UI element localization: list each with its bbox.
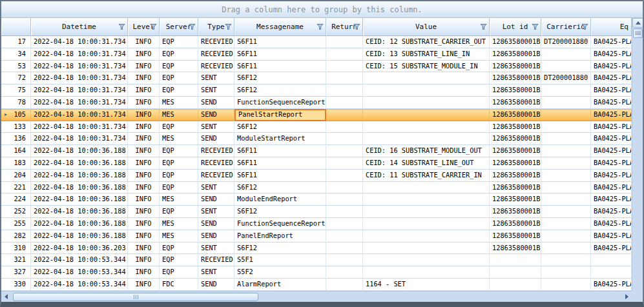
table-row[interactable]: 2042022-04-18 10:00:36.188INFOEQPRECEVIE… xyxy=(1,170,632,182)
cell-level[interactable]: INFO xyxy=(128,97,160,109)
filter-icon[interactable] xyxy=(353,23,360,30)
cell-eq[interactable]: BA0425-PLA xyxy=(591,170,632,182)
cell-messagename[interactable]: PanelStartReport xyxy=(234,109,326,121)
cell-type[interactable]: SEND xyxy=(198,109,234,121)
cell-type[interactable]: SENT xyxy=(198,243,234,255)
cell-server[interactable]: EQP xyxy=(160,170,198,182)
cell-row-number[interactable]: 72 xyxy=(1,72,31,84)
table-row[interactable]: 2552022-04-18 10:00:36.188INFOMESSENDFun… xyxy=(1,218,632,230)
cell-datetime[interactable]: 2022-04-18 10:00:31.734 xyxy=(31,121,128,134)
cell-datetime[interactable]: 2022-04-18 10:00:36.188 xyxy=(31,182,128,194)
cell-carrierid[interactable] xyxy=(541,97,591,109)
cell-level[interactable]: INFO xyxy=(128,218,160,230)
cell-eq[interactable]: BA0425-PLA xyxy=(591,133,632,145)
cell-return[interactable] xyxy=(326,145,363,157)
cell-lotid[interactable]: 12863580001B xyxy=(490,84,541,97)
cell-row-number[interactable]: 75 xyxy=(1,84,31,97)
cell-return[interactable] xyxy=(326,193,363,206)
cell-carrierid[interactable] xyxy=(541,121,591,134)
column-header-datetime[interactable]: Datetime xyxy=(31,18,128,36)
cell-carrierid[interactable] xyxy=(541,61,591,73)
cell-eq[interactable]: BA0425-PLA xyxy=(591,48,632,61)
cell-type[interactable]: SENT xyxy=(198,206,234,218)
cell-type[interactable]: RECEVIED xyxy=(198,254,234,266)
cell-return[interactable] xyxy=(326,36,363,48)
cell-datetime[interactable]: 2022-04-18 10:00:53.344 xyxy=(31,279,128,291)
cell-carrierid[interactable] xyxy=(541,157,591,170)
cell-value[interactable] xyxy=(363,230,490,243)
cell-server[interactable]: EQP xyxy=(160,48,198,61)
cell-messagename[interactable]: S6F11 xyxy=(234,170,326,182)
cell-messagename[interactable]: S6F12 xyxy=(234,84,326,97)
cell-type[interactable]: RECEVIED xyxy=(198,48,234,61)
cell-type[interactable]: SENT xyxy=(198,84,234,97)
horizontal-scrollbar[interactable] xyxy=(1,291,632,302)
cell-return[interactable] xyxy=(326,170,363,182)
cell-server[interactable]: EQP xyxy=(160,61,198,73)
cell-lotid[interactable]: 12863580001B xyxy=(490,157,541,170)
column-header-return[interactable]: Return xyxy=(326,18,363,36)
cell-row-number[interactable]: 53 xyxy=(1,61,31,73)
cell-carrierid[interactable]: DT200001880 xyxy=(541,72,591,84)
cell-carrierid[interactable] xyxy=(541,254,591,266)
cell-lotid[interactable]: 12863580001B xyxy=(490,36,541,48)
vertical-scroll-track[interactable] xyxy=(632,38,643,292)
cell-server[interactable]: EQP xyxy=(160,84,198,97)
cell-server[interactable]: EQP xyxy=(160,36,198,48)
cell-type[interactable]: RECEVIED xyxy=(198,145,234,157)
cell-datetime[interactable]: 2022-04-18 10:00:53.344 xyxy=(31,254,128,266)
cell-level[interactable]: INFO xyxy=(128,36,160,48)
cell-messagename[interactable]: S6F12 xyxy=(234,182,326,194)
cell-lotid[interactable]: 12863580001B xyxy=(490,206,541,218)
cell-lotid[interactable]: 12863580001B xyxy=(490,182,541,194)
cell-return[interactable] xyxy=(326,157,363,170)
cell-eq[interactable]: BA0425-PLA xyxy=(591,182,632,194)
filter-icon[interactable] xyxy=(225,23,232,30)
column-header-messagename[interactable]: Messagename xyxy=(234,18,326,36)
vertical-scroll-thumb[interactable] xyxy=(633,28,643,38)
cell-return[interactable] xyxy=(326,61,363,73)
cell-messagename[interactable]: S6F12 xyxy=(234,206,326,218)
cell-carrierid[interactable] xyxy=(541,84,591,97)
cell-lotid[interactable] xyxy=(490,254,541,266)
cell-type[interactable]: SEND xyxy=(198,97,234,109)
column-header-level[interactable]: Level xyxy=(128,18,160,36)
cell-value[interactable]: 1164 - SET xyxy=(363,279,490,291)
cell-value[interactable]: CEID: 13 SUBSTRATE_LINE_IN xyxy=(363,48,490,61)
cell-lotid[interactable]: 12863580001B xyxy=(490,109,541,121)
cell-eq[interactable]: BA0425-PLA xyxy=(591,61,632,73)
cell-carrierid[interactable] xyxy=(541,206,591,218)
cell-server[interactable]: EQP xyxy=(160,145,198,157)
cell-return[interactable] xyxy=(326,72,363,84)
table-row[interactable]: 752022-04-18 10:00:31.734INFOEQPSENTS6F1… xyxy=(1,84,632,97)
cell-carrierid[interactable] xyxy=(541,48,591,61)
table-row[interactable]: 2212022-04-18 10:00:36.188INFOEQPSENTS6F… xyxy=(1,182,632,194)
cell-eq[interactable]: BA0425-PLA xyxy=(591,121,632,134)
cell-carrierid[interactable]: DT200001880 xyxy=(541,36,591,48)
cell-messagename[interactable]: S6F12 xyxy=(234,121,326,134)
cell-carrierid[interactable] xyxy=(541,243,591,255)
cell-datetime[interactable]: 2022-04-18 10:00:36.188 xyxy=(31,170,128,182)
cell-return[interactable] xyxy=(326,182,363,194)
cell-type[interactable]: SEND xyxy=(198,279,234,291)
cell-carrierid[interactable] xyxy=(541,279,591,291)
cell-return[interactable] xyxy=(326,97,363,109)
cell-messagename[interactable]: ModuleStartReport xyxy=(234,133,326,145)
cell-server[interactable]: EQP xyxy=(160,182,198,194)
cell-eq[interactable]: BA0425-PLA xyxy=(591,243,632,255)
cell-carrierid[interactable] xyxy=(541,230,591,243)
cell-return[interactable] xyxy=(326,230,363,243)
cell-eq[interactable] xyxy=(591,254,632,266)
filter-icon[interactable] xyxy=(532,23,539,30)
cell-datetime[interactable]: 2022-04-18 10:00:31.734 xyxy=(31,133,128,145)
cell-return[interactable] xyxy=(326,266,363,279)
cell-messagename[interactable]: AlarmReport xyxy=(234,279,326,291)
cell-eq[interactable]: BA0425-PLA xyxy=(591,36,632,48)
cell-return[interactable] xyxy=(326,133,363,145)
cell-lotid[interactable]: 12863580001B xyxy=(490,61,541,73)
cell-level[interactable]: INFO xyxy=(128,279,160,291)
table-row[interactable]: 1332022-04-18 10:00:31.734INFOEQPSENTS6F… xyxy=(1,121,632,134)
cell-messagename[interactable]: PanelEndReport xyxy=(234,230,326,243)
group-by-panel[interactable]: Drag a column here to group by this colu… xyxy=(1,1,643,18)
cell-return[interactable] xyxy=(326,109,363,121)
